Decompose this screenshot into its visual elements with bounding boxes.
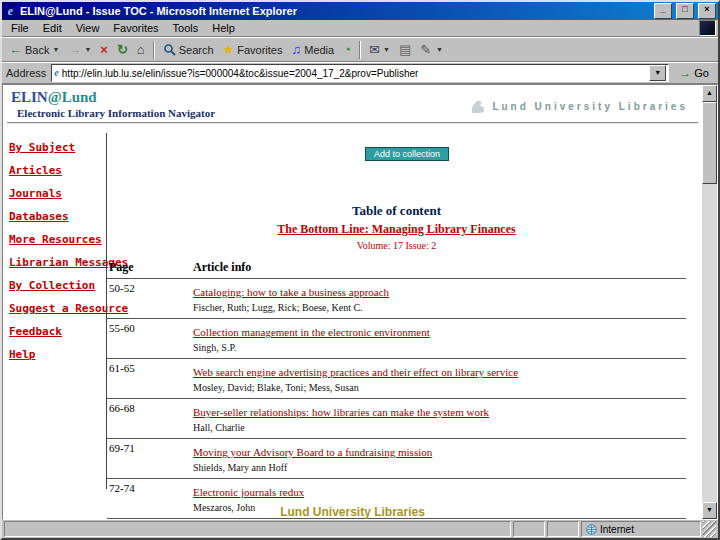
vertical-scrollbar[interactable]: ▲ ▼ xyxy=(702,85,717,519)
swan-logo-icon xyxy=(468,97,488,115)
article-link[interactable]: Moving your Advisory Board to a fundrais… xyxy=(193,446,432,458)
sidebar-item-help[interactable]: Help xyxy=(9,348,36,361)
go-button[interactable]: → Go xyxy=(674,65,714,81)
stop-button[interactable]: × xyxy=(96,42,112,57)
favorites-icon: ★ xyxy=(223,43,235,56)
menu-edit[interactable]: Edit xyxy=(36,21,69,35)
menu-favorites[interactable]: Favorites xyxy=(106,21,165,35)
scroll-down-button[interactable]: ▼ xyxy=(702,502,717,519)
page-range: 69-71 xyxy=(109,442,193,454)
minimize-button[interactable]: _ xyxy=(654,3,672,19)
go-label: Go xyxy=(694,67,709,79)
close-button[interactable]: × xyxy=(698,3,716,19)
maximize-button[interactable]: □ xyxy=(676,3,694,19)
library-header-text: Lund University Libraries xyxy=(492,101,688,112)
elin-subtitle: Electronic Library Information Navigator xyxy=(17,107,215,119)
column-header-page: Page xyxy=(109,260,193,275)
favorites-label: Favorites xyxy=(237,44,282,56)
table-header: Page Article info xyxy=(107,257,686,279)
table-row: 50-52 Cataloging: how to take a business… xyxy=(107,279,686,319)
toolbar-separator xyxy=(153,41,155,59)
sidebar-item-more-resources[interactable]: More Resources xyxy=(9,233,102,246)
scrollbar-track[interactable] xyxy=(702,102,717,502)
page-footer: Lund University Libraries xyxy=(3,505,702,519)
page-range: 61-65 xyxy=(109,362,193,374)
sidebar-item-by-collection[interactable]: By Collection xyxy=(9,279,95,292)
address-url[interactable]: http://elin.lub.lu.se/elin/issue?is=0000… xyxy=(62,68,419,79)
article-link[interactable]: Collection management in the electronic … xyxy=(193,326,430,338)
back-dropdown-icon[interactable]: ▼ xyxy=(52,46,59,53)
media-icon: ♫ xyxy=(291,43,301,56)
mail-button[interactable]: ✉ ▼ xyxy=(365,42,394,57)
menu-file[interactable]: File xyxy=(4,21,36,35)
elin-logo-lund-text: @Lund xyxy=(48,89,97,105)
scrollbar-thumb[interactable] xyxy=(702,102,717,184)
web-page: ELIN@Lund Electronic Library Information… xyxy=(3,85,702,519)
address-input[interactable]: e http://elin.lub.lu.se/elin/issue?is=00… xyxy=(51,64,669,82)
print-button[interactable]: ▤ xyxy=(395,42,415,57)
sidebar-item-journals[interactable]: Journals xyxy=(9,187,62,200)
back-icon: ← xyxy=(9,43,22,56)
toc-table: Page Article info 50-52 Cataloging: how … xyxy=(107,257,686,519)
refresh-icon: ↻ xyxy=(117,43,128,56)
edit-button[interactable]: ✎ xyxy=(416,42,435,57)
elin-logo-text: ELIN xyxy=(11,89,48,105)
status-message-pane xyxy=(4,521,511,537)
search-icon xyxy=(163,43,176,56)
address-dropdown-button[interactable]: ▼ xyxy=(649,65,666,81)
home-icon: ⌂ xyxy=(137,43,145,56)
home-button[interactable]: ⌂ xyxy=(133,42,149,57)
page-range: 50-52 xyxy=(109,282,193,294)
table-row: 69-71 Moving your Advisory Board to a fu… xyxy=(107,439,686,479)
toolbar-overflow-icon[interactable]: ▼ xyxy=(436,46,443,53)
sidebar-item-databases[interactable]: Databases xyxy=(9,210,69,223)
article-link[interactable]: Electronic journals redux xyxy=(193,486,304,498)
page-range: 66-68 xyxy=(109,402,193,414)
edit-icon: ✎ xyxy=(420,43,431,56)
toolbar-separator xyxy=(359,41,361,59)
article-authors: Hall, Charlie xyxy=(193,422,684,433)
favorites-button[interactable]: ★ Favorites xyxy=(219,42,287,57)
search-label: Search xyxy=(179,44,214,56)
article-link[interactable]: Buyer-seller relationships: how librarie… xyxy=(193,406,489,418)
browser-toolbar: ← Back ▼ → ▼ × ↻ ⌂ Search ★ Favorites xyxy=(2,37,718,62)
menu-tools[interactable]: Tools xyxy=(166,21,206,35)
ie-logo-icon: e xyxy=(4,5,17,18)
forward-icon: → xyxy=(68,43,81,56)
table-row: 61-65 Web search engine advertising prac… xyxy=(107,359,686,399)
address-label: Address xyxy=(6,67,46,79)
menu-view[interactable]: View xyxy=(69,21,107,35)
resize-grip[interactable] xyxy=(703,521,716,537)
go-icon: → xyxy=(679,66,691,80)
elin-logo: ELIN@Lund xyxy=(11,89,97,106)
print-icon: ▤ xyxy=(399,43,411,56)
table-row: 66-68 Buyer-seller relationships: how li… xyxy=(107,399,686,439)
mail-dropdown-icon[interactable]: ▼ xyxy=(383,46,390,53)
forward-button[interactable]: → ▼ xyxy=(64,42,95,57)
sidebar-item-feedback[interactable]: Feedback xyxy=(9,325,62,338)
refresh-button[interactable]: ↻ xyxy=(113,42,132,57)
header-divider xyxy=(7,122,698,124)
sidebar-item-articles[interactable]: Articles xyxy=(9,164,62,177)
browser-content: ELIN@Lund Electronic Library Information… xyxy=(2,84,718,520)
media-button[interactable]: ♫ Media xyxy=(287,42,338,57)
article-link[interactable]: Cataloging: how to take a business appro… xyxy=(193,286,389,298)
menu-help[interactable]: Help xyxy=(205,21,242,35)
article-authors: Singh, S.P. xyxy=(193,342,684,353)
sidebar-item-by-subject[interactable]: By Subject xyxy=(9,141,75,154)
search-button[interactable]: Search xyxy=(159,42,218,57)
forward-dropdown-icon[interactable]: ▼ xyxy=(84,46,91,53)
history-button[interactable]: ◔ xyxy=(339,42,355,57)
scroll-up-button[interactable]: ▲ xyxy=(702,85,717,102)
page-range: 72-74 xyxy=(109,482,193,494)
journal-title-link[interactable]: The Bottom Line: Managing Library Financ… xyxy=(107,222,686,237)
library-header: Lund University Libraries xyxy=(468,97,688,115)
toc-title: Table of content xyxy=(352,203,441,218)
table-row: 55-60 Collection management in the elect… xyxy=(107,319,686,359)
back-button[interactable]: ← Back ▼ xyxy=(5,42,63,57)
history-icon: ◔ xyxy=(343,43,351,56)
status-pane xyxy=(513,521,545,537)
add-to-collection-button[interactable]: Add to collection xyxy=(365,147,449,161)
article-link[interactable]: Web search engine advertising practices … xyxy=(193,366,518,378)
ie-throbber-icon xyxy=(699,20,716,36)
